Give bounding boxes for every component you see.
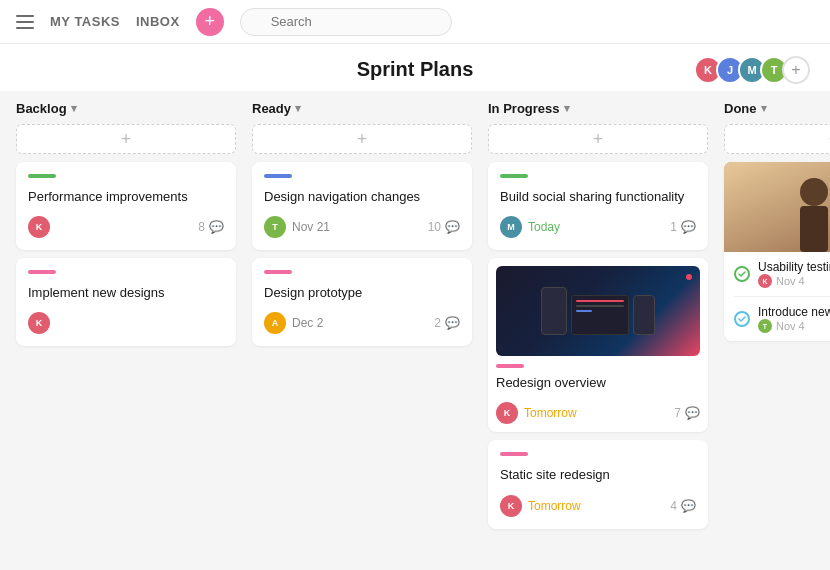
card-meta: 8 💬 [198,220,224,234]
done-task-info: Usability testing K Nov 4 [758,260,830,288]
chevron-down-icon[interactable]: ▾ [564,102,570,115]
card-meta: 10 💬 [428,220,460,234]
done-photo [724,162,830,252]
nav-my-tasks[interactable]: MY TASKS [50,14,120,29]
card-footer: T Nov 21 10 💬 [264,216,460,238]
done-task-name: Introduce new navigation [758,305,830,319]
chevron-down-icon[interactable]: ▾ [761,102,767,115]
done-task-date: T Nov 4 [758,319,830,333]
search-wrapper [240,8,452,36]
done-add-button[interactable]: + [724,124,830,154]
card-image [496,266,700,356]
card-social-sharing: Build social sharing functionality M Tod… [488,162,708,250]
nav-add-button[interactable]: + [196,8,224,36]
done-photo-card: Usability testing K Nov 4 Introduce new [724,162,830,341]
card-static-site: Static site redesign K Tomorrow 4 💬 [488,440,708,528]
card-accent [264,270,292,274]
comment-count: 7 [674,406,681,420]
page-title: Sprint Plans [357,58,474,81]
done-task-date: K Nov 4 [758,274,830,288]
hamburger-menu[interactable] [16,15,34,29]
page-header: Sprint Plans K J M T + [0,44,830,91]
board-area: Backlog ▾ + Performance improvements K 8… [0,91,830,565]
card-date: Nov 21 [292,220,330,234]
comment-icon: 💬 [681,499,696,513]
card-accent [500,174,528,178]
comment-icon: 💬 [445,220,460,234]
mockup-desktop [571,295,629,335]
card-title: Design prototype [264,284,460,302]
column-title-done: Done [724,101,757,116]
card-date: Tomorrow [524,406,577,420]
comment-count: 8 [198,220,205,234]
comment-count: 10 [428,220,441,234]
card-title: Build social sharing functionality [500,188,696,206]
avatar: K [758,274,772,288]
card-footer: A Dec 2 2 💬 [264,312,460,334]
top-nav: MY TASKS INBOX + [0,0,830,44]
card-accent [28,270,56,274]
avatar: K [28,216,50,238]
done-task-name: Usability testing [758,260,830,274]
nav-inbox[interactable]: INBOX [136,14,180,29]
card-accent [496,364,524,368]
card-redesign-overview: Redesign overview K Tomorrow 7 💬 [488,258,708,432]
avatar: A [264,312,286,334]
comment-count: 4 [670,499,677,513]
done-task-navigation: Introduce new navigation T Nov 4 [724,297,830,341]
avatar: T [264,216,286,238]
card-title: Performance improvements [28,188,224,206]
column-title-ready: Ready [252,101,291,116]
ready-add-button[interactable]: + [252,124,472,154]
card-meta: 2 💬 [434,316,460,330]
comment-icon: 💬 [685,406,700,420]
comment-icon: 💬 [681,220,696,234]
avatar-group: K J M T + [694,56,810,84]
avatar: M [500,216,522,238]
avatar: K [500,495,522,517]
avatar: T [758,319,772,333]
chevron-down-icon[interactable]: ▾ [71,102,77,115]
done-task-usability: Usability testing K Nov 4 [724,252,830,296]
search-input[interactable] [240,8,452,36]
card-performance: Performance improvements K 8 💬 [16,162,236,250]
avatar-add-button[interactable]: + [782,56,810,84]
comment-count: 1 [670,220,677,234]
card-date: Today [528,220,560,234]
card-design-nav: Design navigation changes T Nov 21 10 💬 [252,162,472,250]
avatar: K [496,402,518,424]
done-task-info: Introduce new navigation T Nov 4 [758,305,830,333]
chevron-down-icon[interactable]: ▾ [295,102,301,115]
backlog-add-button[interactable]: + [16,124,236,154]
nav-links: MY TASKS INBOX [50,14,180,29]
mockup-dot [686,274,692,280]
card-title: Design navigation changes [264,188,460,206]
card-accent [264,174,292,178]
mockup-phone2 [633,295,655,335]
column-header-done: Done ▾ [724,101,830,124]
comment-count: 2 [434,316,441,330]
card-design-proto: Design prototype A Dec 2 2 💬 [252,258,472,346]
column-done: Done ▾ + [724,101,830,537]
card-title: Implement new designs [28,284,224,302]
check-icon [734,311,750,327]
card-title: Static site redesign [500,466,696,484]
card-footer: M Today 1 💬 [500,216,696,238]
svg-rect-5 [800,206,828,252]
card-meta: 7 💬 [674,406,700,420]
card-image-mockup [541,287,655,335]
mockup-phone [541,287,567,335]
column-backlog: Backlog ▾ + Performance improvements K 8… [16,101,236,537]
card-date: Tomorrow [528,499,581,513]
column-header-backlog: Backlog ▾ [16,101,236,124]
card-date: Dec 2 [292,316,323,330]
column-title-inprogress: In Progress [488,101,560,116]
inprogress-add-button[interactable]: + [488,124,708,154]
svg-point-4 [800,178,828,206]
card-footer: K Tomorrow 4 💬 [500,495,696,517]
column-title-backlog: Backlog [16,101,67,116]
card-footer: K 8 💬 [28,216,224,238]
avatar: K [28,312,50,334]
card-meta: 4 💬 [670,499,696,513]
comment-icon: 💬 [209,220,224,234]
